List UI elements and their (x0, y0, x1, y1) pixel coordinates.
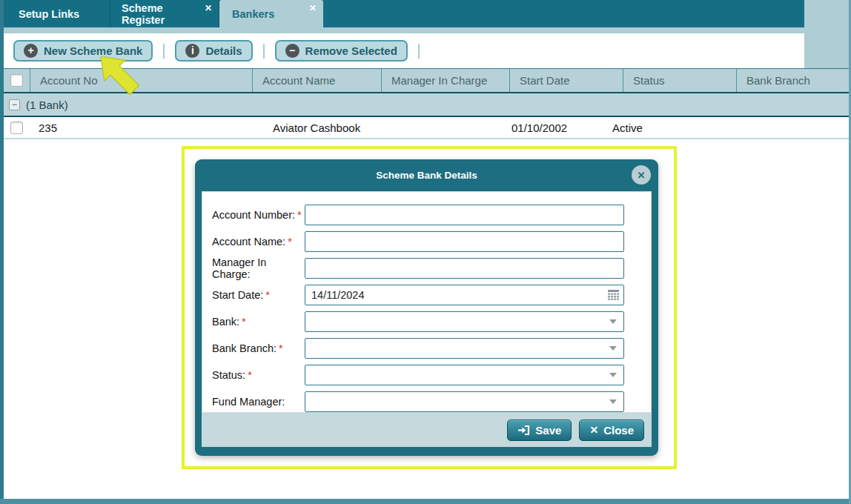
dialog-footer: Save ✕ Close (202, 413, 652, 447)
cell-account-no: 235 (30, 122, 252, 134)
close-button[interactable]: ✕ Close (579, 420, 644, 441)
cell-account-name: Aviator Cashbook (252, 122, 381, 134)
save-arrow-icon (517, 425, 530, 436)
field-label: Account Name:* (212, 236, 305, 248)
right-gutter (804, 0, 851, 68)
column-status[interactable]: Status (623, 69, 736, 92)
status-dropdown-value[interactable] (305, 365, 624, 385)
remove-selected-button[interactable]: − Remove Selected (275, 40, 408, 62)
button-label: Remove Selected (305, 44, 397, 57)
field-label: Manager In Charge: (212, 256, 305, 280)
close-tab-icon[interactable]: ✕ (205, 4, 212, 13)
column-account-name[interactable]: Account Name (252, 69, 381, 92)
fund-manager-dropdown-value[interactable] (305, 391, 624, 412)
highlight-arrow (91, 56, 143, 96)
form-row-bank-branch: Bank Branch:* (212, 335, 651, 362)
scheme-bank-details-dialog: Scheme Bank Details ✕ Account Number:* A… (195, 159, 658, 456)
header-checkbox-cell (4, 69, 30, 92)
tab-setup-links[interactable]: Setup Links (4, 0, 110, 27)
plus-icon: + (24, 44, 38, 58)
required-asterisk: * (265, 289, 270, 301)
group-row: − (1 Bank) (4, 93, 849, 117)
field-label: Status:* (212, 369, 305, 381)
select-all-checkbox[interactable] (10, 74, 23, 87)
field-label: Account Number:* (212, 209, 305, 221)
row-checkbox-cell (4, 122, 30, 134)
field-label: Start Date:* (212, 289, 305, 301)
button-label: Details (205, 44, 242, 57)
tab-label: Scheme Register (122, 2, 205, 26)
form-row-account-name: Account Name:* (212, 228, 651, 255)
account-number-field-wrap (305, 205, 624, 225)
start-date-field[interactable] (305, 285, 624, 305)
status-dropdown[interactable] (305, 365, 624, 385)
required-asterisk: * (279, 342, 283, 354)
row-checkbox[interactable] (10, 122, 23, 134)
column-bank-branch[interactable]: Bank Branch (736, 69, 849, 92)
required-asterisk: * (242, 316, 246, 328)
account-name-field-wrap (305, 231, 624, 252)
minus-icon: − (285, 44, 299, 58)
dialog-title: Scheme Bank Details (376, 170, 477, 181)
toolbar-separator (163, 44, 165, 59)
tab-label: Bankers (232, 8, 274, 20)
dialog-bottom-border (195, 447, 658, 456)
save-label: Save (535, 424, 561, 437)
collapse-group-icon[interactable]: − (9, 99, 20, 110)
bank-branch-dropdown-value[interactable] (305, 338, 624, 359)
required-asterisk: * (288, 236, 292, 248)
table-row[interactable]: 235 Aviator Cashbook 01/10/2002 Active (4, 117, 849, 139)
details-button[interactable]: i Details (175, 40, 252, 62)
bank-dropdown-value[interactable] (305, 311, 624, 332)
app-window: Setup Links Scheme Register ✕ Bankers ✕ … (0, 0, 851, 504)
status-value: Active (612, 122, 643, 134)
column-manager-in-charge[interactable]: Manager In Charge (381, 69, 509, 92)
group-label: (1 Bank) (26, 99, 68, 111)
form-row-manager-in-charge: Manager In Charge: (212, 255, 651, 282)
dialog-form: Account Number:* Account Name:* Manager … (202, 191, 652, 413)
cell-start-date: 01/10/2002 (509, 122, 623, 134)
column-start-date[interactable]: Start Date (509, 69, 623, 92)
field-label: Bank:* (212, 316, 305, 328)
tab-label: Setup Links (19, 8, 79, 20)
required-asterisk: * (297, 209, 302, 221)
close-label: Close (603, 424, 634, 437)
toolbar-separator (418, 44, 420, 59)
field-label: Fund Manager: (212, 396, 305, 408)
button-label: New Scheme Bank (44, 44, 142, 57)
cell-status: Active (623, 122, 736, 134)
field-label: Bank Branch:* (212, 342, 305, 354)
window-left-border (0, 0, 4, 504)
tab-scheme-register[interactable]: Scheme Register ✕ (110, 0, 219, 27)
close-icon: ✕ (589, 425, 598, 435)
info-icon: i (185, 44, 199, 58)
start-date-field-wrap (305, 285, 624, 305)
manager-in-charge-field-wrap (305, 258, 624, 279)
dialog-titlebar: Scheme Bank Details ✕ (195, 159, 658, 191)
required-asterisk: * (248, 369, 252, 381)
save-button[interactable]: Save (507, 420, 572, 441)
form-row-status: Status:* (212, 362, 651, 388)
toolbar-separator (263, 44, 265, 59)
tab-bar: Setup Links Scheme Register ✕ Bankers ✕ (0, 0, 849, 33)
form-row-start-date: Start Date:* (212, 282, 651, 308)
dialog-close-icon[interactable]: ✕ (632, 165, 651, 185)
close-tab-icon[interactable]: ✕ (309, 4, 317, 13)
bank-dropdown[interactable] (305, 311, 624, 332)
manager-in-charge-field[interactable] (305, 258, 624, 279)
window-bottom-border (0, 499, 849, 504)
form-row-fund-manager: Fund Manager: (212, 388, 651, 415)
form-row-bank: Bank:* (212, 308, 651, 335)
bank-branch-dropdown[interactable] (305, 338, 624, 359)
account-number-field[interactable] (305, 205, 624, 225)
form-row-account-number: Account Number:* (212, 202, 651, 228)
tab-bankers[interactable]: Bankers ✕ (219, 0, 323, 28)
fund-manager-dropdown[interactable] (305, 391, 624, 412)
account-name-field[interactable] (305, 231, 624, 252)
